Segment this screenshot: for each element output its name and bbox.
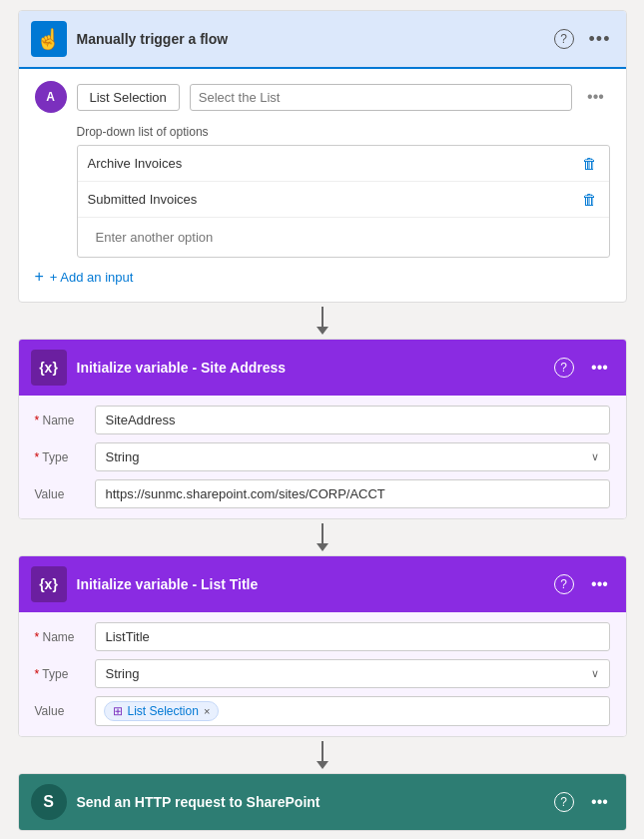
var1-name-label: * Name [35, 414, 85, 427]
trigger-body: A List Selection ••• Drop-down list of o… [19, 69, 626, 302]
http-header: S Send an HTTP request to SharePoint ? •… [19, 774, 626, 830]
var2-type-row: * Type String ∨ [35, 659, 610, 688]
trigger-actions: ? ••• [550, 25, 614, 53]
trigger-header: ☝ Manually trigger a flow ? ••• [19, 11, 626, 69]
http-more-icon: ••• [591, 793, 608, 811]
var2-title: Initialize variable - List Title [77, 576, 540, 592]
var1-more-icon: ••• [591, 359, 608, 377]
avatar: A [35, 81, 67, 113]
enter-option-input[interactable] [88, 225, 599, 250]
http-title: Send an HTTP request to SharePoint [77, 794, 540, 810]
var1-value-row: Value [35, 479, 610, 508]
http-actions: ? ••• [550, 788, 614, 816]
var1-help-icon: ? [554, 358, 574, 378]
var1-header: {x} Initialize variable - Site Address ?… [19, 340, 626, 396]
var1-type-label: * Type [35, 450, 85, 464]
var2-value-row: Value ⊞ List Selection × [35, 696, 610, 726]
var2-help-icon: ? [554, 574, 574, 594]
var2-body: * Name * Type String ∨ Value ⊞ List Sele… [19, 612, 626, 736]
var2-more-button[interactable]: ••• [586, 570, 614, 598]
var2-value-input[interactable]: ⊞ List Selection × [95, 696, 610, 726]
options-list: Archive Invoices 🗑 Submitted Invoices 🗑 [77, 145, 610, 258]
var2-type-select[interactable]: String ∨ [95, 659, 610, 688]
token-label: List Selection [128, 704, 199, 718]
arrow-line [322, 523, 323, 543]
var1-title: Initialize variable - Site Address [77, 360, 540, 376]
var1-name-row: * Name [35, 406, 610, 434]
http-icon: S [31, 784, 67, 820]
arrow-line [322, 741, 323, 761]
http-help-button[interactable]: ? [550, 788, 578, 816]
hand-icon: ☝ [36, 27, 61, 51]
option-row: Submitted Invoices 🗑 [78, 182, 609, 218]
chevron-down-icon: ∨ [591, 450, 599, 463]
trigger-more-button[interactable]: ••• [586, 25, 614, 53]
var2-name-label: * Name [35, 630, 85, 644]
trigger-title: Manually trigger a flow [77, 31, 540, 47]
var1-help-button[interactable]: ? [550, 354, 578, 382]
list-selection-label: List Selection [77, 84, 180, 111]
var2-more-icon: ••• [591, 575, 608, 593]
add-input-button[interactable]: + + Add an input [35, 258, 134, 290]
http-more-button[interactable]: ••• [586, 788, 614, 816]
http-card: S Send an HTTP request to SharePoint ? •… [18, 773, 627, 831]
var2-actions: ? ••• [550, 570, 614, 598]
var1-value-label: Value [35, 487, 85, 501]
var2-help-button[interactable]: ? [550, 570, 578, 598]
var2-value-label: Value [35, 704, 85, 718]
var2-card: {x} Initialize variable - List Title ? •… [18, 555, 627, 737]
var2-icon: {x} [31, 566, 67, 602]
input-more-icon: ••• [587, 88, 604, 106]
chevron-down-icon: ∨ [591, 667, 599, 680]
select-list-input[interactable] [190, 84, 572, 111]
enter-option-row [78, 218, 609, 257]
arrow-head [317, 327, 328, 335]
var1-type-select[interactable]: String ∨ [95, 442, 610, 471]
trigger-icon: ☝ [31, 21, 67, 57]
var1-more-button[interactable]: ••• [586, 354, 614, 382]
more-icon: ••• [589, 29, 611, 50]
add-input-label: + Add an input [50, 270, 134, 285]
arrow-head [317, 761, 328, 769]
trigger-card: ☝ Manually trigger a flow ? ••• A List S… [18, 10, 627, 303]
var2-type-value: String [106, 666, 140, 681]
var1-name-input[interactable] [95, 406, 610, 434]
input-row: A List Selection ••• [35, 81, 610, 113]
arrow-line [322, 307, 323, 327]
var1-type-row: * Type String ∨ [35, 442, 610, 471]
http-symbol: S [43, 793, 54, 811]
option-text-2: Submitted Invoices [88, 192, 574, 207]
plus-icon: + [35, 268, 44, 286]
var2-symbol: {x} [39, 576, 58, 592]
token-close-icon[interactable]: × [204, 705, 210, 717]
option-text-1: Archive Invoices [88, 156, 574, 171]
var2-header: {x} Initialize variable - List Title ? •… [19, 556, 626, 612]
var2-name-input[interactable] [95, 622, 610, 651]
http-help-icon: ? [554, 792, 574, 812]
arrow-1 [317, 303, 328, 339]
var2-name-row: * Name [35, 622, 610, 651]
arrow-head [317, 543, 328, 551]
var1-type-value: String [106, 449, 140, 464]
var1-body: * Name * Type String ∨ Value [19, 396, 626, 518]
help-icon: ? [554, 29, 574, 49]
dropdown-label: Drop-down list of options [35, 125, 610, 139]
var1-card: {x} Initialize variable - Site Address ?… [18, 339, 627, 519]
token-icon: ⊞ [113, 704, 123, 718]
var1-icon: {x} [31, 350, 67, 386]
arrow-2 [317, 519, 328, 555]
list-selection-token: ⊞ List Selection × [104, 701, 220, 721]
trigger-help-button[interactable]: ? [550, 25, 578, 53]
delete-option-2-icon[interactable]: 🗑 [580, 189, 599, 210]
option-row: Archive Invoices 🗑 [78, 146, 609, 182]
var1-value-input[interactable] [95, 479, 610, 508]
input-more-button[interactable]: ••• [582, 83, 610, 111]
var1-actions: ? ••• [550, 354, 614, 382]
arrow-3 [317, 737, 328, 773]
delete-option-1-icon[interactable]: 🗑 [580, 153, 599, 174]
var1-symbol: {x} [39, 360, 58, 376]
var2-type-label: * Type [35, 667, 85, 681]
